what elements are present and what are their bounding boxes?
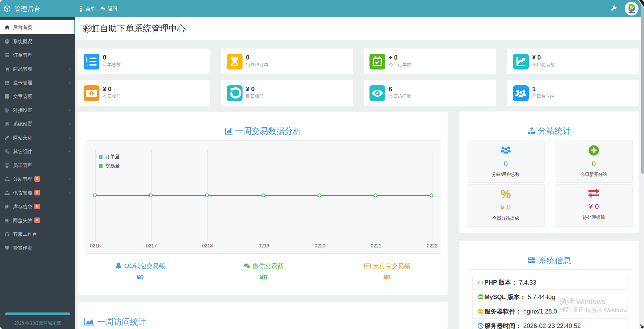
- svg-text:3: 3: [86, 63, 88, 67]
- svg-text:1: 1: [90, 91, 93, 95]
